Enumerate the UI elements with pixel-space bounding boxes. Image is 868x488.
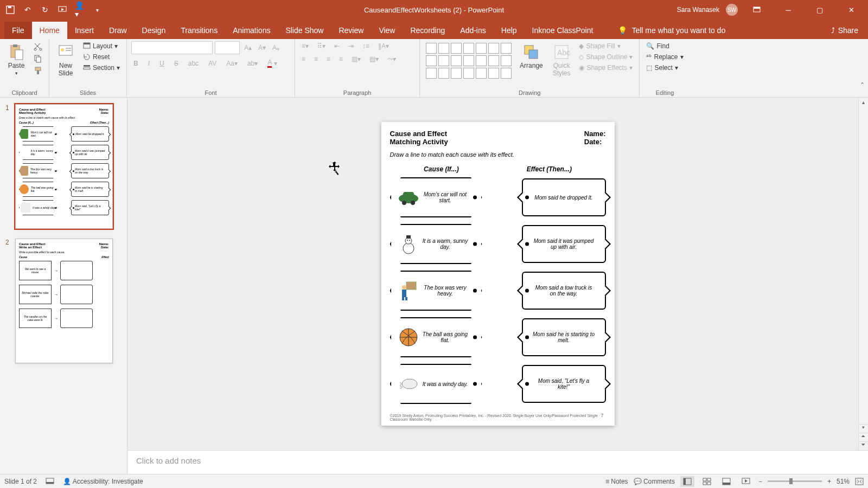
scroll-down-icon[interactable]: ▾ xyxy=(859,424,868,433)
shape-cell[interactable] xyxy=(501,55,512,66)
zoom-percent[interactable]: 51% xyxy=(837,478,850,485)
comments-button[interactable]: 💬 Comments xyxy=(634,478,675,485)
thumbnail-1[interactable]: 1 Cause and Effect Matching ActivityName… xyxy=(5,104,122,229)
layout-button[interactable]: Layout ▾ xyxy=(81,41,122,51)
scroll-up-icon[interactable]: ▴ xyxy=(859,98,868,107)
qat-customize-icon[interactable]: ▾ xyxy=(92,5,102,15)
effect-shape[interactable]: Mom said he dropped it. xyxy=(522,178,606,216)
shadow-button[interactable]: abc xyxy=(186,59,201,68)
highlight-button[interactable]: ab▾ xyxy=(245,59,260,68)
shape-fill-button[interactable]: ◆ Shape Fill ▾ xyxy=(577,41,635,51)
increase-indent-button[interactable]: ⇥ xyxy=(346,41,356,51)
decrease-font-button[interactable]: A▾ xyxy=(256,43,268,53)
reset-button[interactable]: Reset xyxy=(81,52,122,62)
zoom-in-button[interactable]: + xyxy=(827,478,831,485)
shape-cell[interactable] xyxy=(488,68,499,79)
notes-button[interactable]: ≡ Notes xyxy=(605,478,628,485)
align-left-button[interactable]: ≡ xyxy=(299,54,308,64)
tab-classpoint[interactable]: Inknoe ClassPoint xyxy=(525,22,601,39)
tab-design[interactable]: Design xyxy=(135,22,174,39)
shape-cell[interactable] xyxy=(451,68,462,79)
shape-outline-button[interactable]: ◇ Shape Outline ▾ xyxy=(577,52,635,62)
fit-to-window-button[interactable] xyxy=(855,478,864,485)
cause-shape[interactable]: Mom's car will not start. xyxy=(390,177,482,217)
new-slide-button[interactable]: New Slide xyxy=(54,41,78,79)
minimize-button[interactable]: ─ xyxy=(776,0,801,20)
save-icon[interactable] xyxy=(5,5,15,15)
strikethrough-button[interactable]: S xyxy=(172,59,181,68)
reading-view-button[interactable] xyxy=(719,476,733,487)
effect-shape[interactable]: Mom said he is starting to melt. xyxy=(522,318,606,356)
tab-review[interactable]: Review xyxy=(331,22,371,39)
cause-shape[interactable]: It is a warm, sunny day. xyxy=(390,224,482,264)
cause-shape[interactable]: The ball was going flat. xyxy=(390,317,482,357)
collapse-ribbon-icon[interactable]: ⌃ xyxy=(860,81,865,88)
change-case-button[interactable]: Aa▾ xyxy=(224,59,240,68)
section-button[interactable]: Section ▾ xyxy=(81,63,122,73)
slide-count[interactable]: Slide 1 of 2 xyxy=(4,478,37,485)
present-icon[interactable] xyxy=(58,5,67,15)
tab-insert[interactable]: Insert xyxy=(67,22,101,39)
undo-icon[interactable]: ↶ xyxy=(23,5,33,15)
normal-view-button[interactable] xyxy=(680,476,694,487)
tab-recording[interactable]: Recording xyxy=(403,22,452,39)
tab-view[interactable]: View xyxy=(371,22,403,39)
numbering-button[interactable]: ⠿▾ xyxy=(315,41,328,51)
text-direction-button[interactable]: ‖A▾ xyxy=(376,41,391,51)
cause-shape[interactable]: It was a windy day. xyxy=(390,364,482,404)
user-name[interactable]: Sara Wanasek xyxy=(677,6,719,14)
shape-cell[interactable] xyxy=(438,43,449,54)
vertical-scrollbar[interactable]: ▴ ▾ ⏶ ⏷ xyxy=(858,98,868,450)
shape-cell[interactable] xyxy=(463,68,474,79)
arrange-button[interactable]: Arrange xyxy=(516,41,546,72)
shape-cell[interactable] xyxy=(488,43,499,54)
tell-me-search[interactable]: 💡 Tell me what you want to do xyxy=(611,22,732,39)
italic-button[interactable]: I xyxy=(146,59,152,68)
slide-thumbnails-panel[interactable]: 1 Cause and Effect Matching ActivityName… xyxy=(0,98,127,474)
shape-cell[interactable] xyxy=(463,43,474,54)
font-size-input[interactable] xyxy=(215,41,240,54)
shape-effects-button[interactable]: ◉ Shape Effects ▾ xyxy=(577,63,635,73)
notes-pane[interactable]: Click to add notes xyxy=(127,450,868,474)
justify-button[interactable]: ≡ xyxy=(337,54,345,64)
copy-button[interactable] xyxy=(31,53,44,64)
tab-file[interactable]: File xyxy=(4,22,32,39)
align-right-button[interactable]: ≡ xyxy=(324,54,333,64)
shape-cell[interactable] xyxy=(476,43,487,54)
font-family-input[interactable] xyxy=(131,41,213,54)
connector-dot[interactable] xyxy=(473,242,477,246)
connector-dot[interactable] xyxy=(525,196,529,200)
line-spacing-button[interactable]: ↕≡ xyxy=(360,41,372,51)
convert-smartart-button[interactable]: ⤳▾ xyxy=(385,54,398,64)
shape-cell[interactable] xyxy=(451,43,462,54)
tab-addins[interactable]: Add-ins xyxy=(452,22,493,39)
shape-cell[interactable] xyxy=(501,68,512,79)
tab-draw[interactable]: Draw xyxy=(101,22,135,39)
effect-shape[interactable]: Mom said, "Let's fly a kite!" xyxy=(522,365,606,403)
connector-dot[interactable] xyxy=(525,289,529,293)
zoom-out-button[interactable]: − xyxy=(758,478,762,485)
cut-button[interactable] xyxy=(31,41,44,52)
align-text-button[interactable]: ▤▾ xyxy=(367,54,381,64)
shapes-gallery[interactable] xyxy=(424,41,513,80)
font-color-button[interactable]: A▾ xyxy=(265,57,279,69)
prev-slide-icon[interactable]: ⏶ xyxy=(859,433,868,441)
close-button[interactable]: ✕ xyxy=(839,0,864,20)
connector-dot[interactable] xyxy=(473,289,477,293)
shape-cell[interactable] xyxy=(501,43,512,54)
paste-button[interactable]: Paste ▾ xyxy=(4,41,28,78)
slide-sorter-button[interactable] xyxy=(700,476,714,487)
clear-formatting-button[interactable]: Aᵩ xyxy=(270,43,282,53)
increase-font-button[interactable]: A▴ xyxy=(242,43,254,53)
connector-dot[interactable] xyxy=(473,196,477,200)
effect-shape[interactable]: Mom said a tow truck is on the way. xyxy=(522,272,606,310)
bold-button[interactable]: B xyxy=(131,59,141,68)
cause-shape[interactable]: The box was very heavy. xyxy=(390,271,482,311)
accessibility-button[interactable]: 👤 Accessibility: Investigate xyxy=(63,478,143,485)
align-center-button[interactable]: ≡ xyxy=(312,54,320,64)
redo-icon[interactable]: ↻ xyxy=(40,5,50,15)
tab-slideshow[interactable]: Slide Show xyxy=(278,22,331,39)
shape-cell[interactable] xyxy=(476,68,487,79)
user-avatar[interactable]: SW xyxy=(726,4,738,16)
find-button[interactable]: 🔍 Find xyxy=(644,41,685,51)
